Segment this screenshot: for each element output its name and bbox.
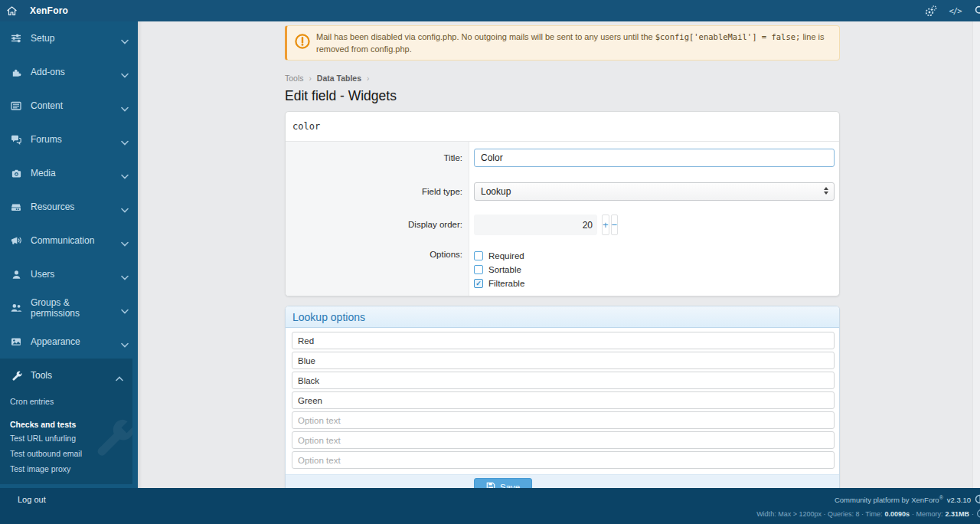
theme-toggle-icon[interactable] xyxy=(975,494,980,506)
title-input[interactable] xyxy=(474,149,835,167)
code-icon[interactable]: </> xyxy=(949,5,962,18)
lookup-option-input[interactable] xyxy=(292,352,835,369)
field-type-label: Field type: xyxy=(286,175,469,208)
sidebar-item-resources[interactable]: Resources xyxy=(0,190,138,224)
tools-submenu: Cron entries Checks and tests Test URL u… xyxy=(0,392,132,484)
footer-stats-line: Width: Max > 1200px · Queries: 8 · Time:… xyxy=(756,509,980,519)
chevron-down-icon xyxy=(121,272,129,277)
options-label: Options: xyxy=(286,241,469,296)
comments-icon xyxy=(10,133,22,146)
sidebar-item-appearance[interactable]: Appearance xyxy=(0,325,138,359)
field-type-row: Field type: Lookup xyxy=(286,175,839,208)
chevron-up-icon xyxy=(116,373,123,378)
sidebar-item-label: Forums xyxy=(31,134,121,145)
sidebar-link-test-outbound-email[interactable]: Test outbound email xyxy=(10,446,132,461)
sidebar-link-test-url-unfurling[interactable]: Test URL unfurling xyxy=(10,431,132,446)
options-checkbox-list: Required Sortable ✓ Filterable xyxy=(474,241,839,290)
page-title: Edit field - Widgets xyxy=(285,88,840,104)
sidebar-item-forums[interactable]: Forums xyxy=(0,123,138,156)
sidebar-item-content[interactable]: Content xyxy=(0,89,138,123)
lookup-option-input-empty[interactable] xyxy=(292,411,835,429)
display-order-label: Display order: xyxy=(286,208,469,241)
version-label: v2.3.10 xyxy=(947,496,971,504)
search-icon[interactable] xyxy=(973,5,980,18)
camera-icon xyxy=(10,167,22,179)
edit-field-form: color Title: Field type: Lookup Displ xyxy=(285,111,840,296)
sidebar-item-label: Appearance xyxy=(31,336,121,347)
user-icon xyxy=(10,268,22,280)
sidebar-item-label: Setup xyxy=(31,33,121,44)
logout-link[interactable]: Log out xyxy=(18,495,46,504)
sidebar-item-label: Content xyxy=(31,100,121,111)
lookup-option-input-empty[interactable] xyxy=(292,431,835,449)
breadcrumb-separator: › xyxy=(309,74,312,83)
breadcrumb-tools[interactable]: Tools xyxy=(285,74,304,83)
sidebar-nav: Setup Add-ons Content Forums Media xyxy=(0,21,138,488)
sidebar-item-label: Media xyxy=(31,168,121,178)
checkbox-box xyxy=(474,265,483,274)
chevron-down-icon xyxy=(121,103,129,109)
chevron-down-icon xyxy=(121,205,129,210)
main-content: Mail has been disabled via config.php. N… xyxy=(138,21,980,488)
megaphone-icon xyxy=(10,234,22,247)
lookup-option-input[interactable] xyxy=(292,372,835,389)
gears-icon[interactable] xyxy=(924,5,937,18)
chevron-down-icon xyxy=(121,339,129,345)
title-label: Title: xyxy=(286,142,469,175)
lookup-option-input[interactable] xyxy=(292,332,835,349)
lookup-option-input[interactable] xyxy=(292,391,835,409)
mail-disabled-warning: Mail has been disabled via config.php. N… xyxy=(285,25,840,61)
checkbox-box xyxy=(474,251,483,260)
sidebar-link-test-image-proxy[interactable]: Test image proxy xyxy=(10,461,132,477)
xenforo-credit-link[interactable]: Community platform by XenForo® xyxy=(835,495,943,504)
sidebar-link-cron-entries[interactable]: Cron entries xyxy=(10,394,132,409)
form-submit-bar: Save xyxy=(286,474,839,488)
title-row: Title: xyxy=(286,142,839,175)
floppy-icon xyxy=(486,482,495,488)
memory-value: 2.31MB xyxy=(945,510,969,518)
lookup-options-header: Lookup options xyxy=(286,306,839,328)
chevron-down-icon xyxy=(121,238,129,244)
vertical-scrollbar[interactable] xyxy=(972,21,980,488)
sidebar-item-label: Add-ons xyxy=(31,67,121,77)
increment-button[interactable]: + xyxy=(602,215,609,235)
sliders-icon xyxy=(10,32,22,44)
display-order-input[interactable] xyxy=(474,215,600,235)
field-type-select[interactable]: Lookup xyxy=(474,182,835,201)
sidebar-item-label: Groups & permissions xyxy=(31,297,121,319)
sidebar-item-media[interactable]: Media xyxy=(0,156,138,190)
chevron-down-icon xyxy=(121,137,129,142)
lookup-option-input-empty[interactable] xyxy=(292,451,835,469)
sidebar-item-users[interactable]: Users xyxy=(0,257,138,291)
checkbox-sortable[interactable]: Sortable xyxy=(474,263,839,277)
tools-submenu-heading: Checks and tests xyxy=(10,417,132,431)
debug-timer-icon[interactable] xyxy=(976,509,980,519)
decrement-button[interactable]: − xyxy=(611,215,619,235)
breadcrumb-data-tables[interactable]: Data Tables xyxy=(317,74,361,83)
sidebar-item-setup[interactable]: Setup xyxy=(0,21,138,55)
display-order-stepper: + − xyxy=(474,215,597,235)
warning-code: $config['enableMail'] = false; xyxy=(655,32,801,41)
checkbox-filterable[interactable]: ✓ Filterable xyxy=(474,277,839,290)
newspaper-icon xyxy=(10,100,22,112)
sidebar-item-label: Tools xyxy=(31,370,116,381)
warning-text: Mail has been disabled via config.php. N… xyxy=(316,32,655,41)
breadcrumb-separator: › xyxy=(367,74,369,83)
chevron-down-icon xyxy=(121,171,129,176)
stats-text: · Memory: xyxy=(912,510,943,518)
display-order-row: Display order: + − xyxy=(286,208,839,241)
field-type-selected-value: Lookup xyxy=(481,186,511,197)
image-icon xyxy=(10,336,22,348)
sidebar-tools-section: Tools Cron entries Checks and tests Test… xyxy=(0,359,132,484)
sidebar-item-communication[interactable]: Communication xyxy=(0,224,138,257)
chevron-down-icon xyxy=(121,70,129,75)
checkbox-required[interactable]: Required xyxy=(474,249,839,263)
sidebar-item-tools[interactable]: Tools xyxy=(0,359,132,392)
home-icon[interactable] xyxy=(6,5,18,17)
time-value: 0.0090s xyxy=(884,510,910,518)
sidebar-item-addons[interactable]: Add-ons xyxy=(0,55,138,89)
bottom-bar: Log out Community platform by XenForo® v… xyxy=(0,488,980,524)
sidebar-item-groups-permissions[interactable]: Groups & permissions xyxy=(0,291,138,325)
save-button[interactable]: Save xyxy=(474,478,532,488)
brand-title[interactable]: XenForo xyxy=(30,5,68,16)
